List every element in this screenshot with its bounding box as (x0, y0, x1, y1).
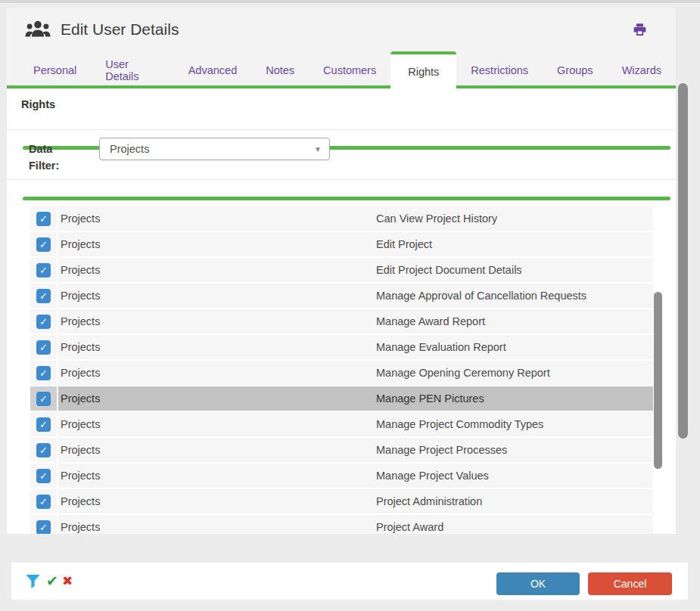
row-category: Projects (58, 290, 376, 302)
footer-bar: ✔ ✖ OK Cancel (11, 563, 688, 600)
row-category: Projects (58, 470, 376, 482)
rights-table-row[interactable]: ✓ Projects Edit Project Document Details (30, 258, 653, 282)
row-checkbox[interactable]: ✓ (36, 443, 51, 457)
rights-table-row[interactable]: ✓ Projects Project Award (30, 515, 653, 534)
row-checkbox[interactable]: ✓ (36, 289, 51, 303)
dialog-title: Edit User Details (61, 20, 179, 39)
tab-wizards[interactable]: Wizards (608, 51, 676, 88)
row-category: Projects (58, 392, 376, 405)
row-checkbox[interactable]: ✓ (36, 417, 51, 432)
row-right-name: Manage Approval of Cancellation Requests (376, 290, 653, 302)
tab-groups[interactable]: Groups (543, 51, 608, 88)
tab-customers[interactable]: Customers (309, 51, 390, 88)
data-filter-value: Projects (110, 143, 314, 155)
row-checkbox-cell: ✓ (30, 464, 58, 488)
row-right-name: Manage Evaluation Report (376, 341, 653, 353)
list-scrollbar-thumb[interactable] (654, 292, 662, 469)
filter-icon[interactable] (25, 573, 41, 589)
top-strip (0, 0, 700, 3)
row-checkbox[interactable]: ✓ (36, 340, 51, 355)
edit-user-details-dialog: Edit User Details PersonalUser DetailsAd… (7, 8, 676, 534)
rights-list: ✓ Projects Can View Project History ✓ Pr… (30, 206, 653, 534)
tab-notes[interactable]: Notes (251, 51, 309, 88)
row-category: Projects (58, 418, 376, 430)
row-checkbox[interactable]: ✓ (36, 392, 51, 406)
tab-user-details[interactable]: User Details (91, 51, 173, 88)
row-checkbox-cell: ✓ (30, 361, 58, 385)
row-right-name: Manage Project Processes (376, 444, 653, 456)
row-right-name: Edit Project (376, 238, 653, 250)
row-category: Projects (58, 315, 376, 327)
row-category: Projects (58, 238, 376, 250)
row-checkbox-cell: ✓ (30, 335, 58, 359)
row-checkbox-cell: ✓ (30, 232, 58, 256)
row-right-name: Manage PEN Pictures (376, 392, 653, 405)
row-category: Projects (58, 367, 376, 379)
uncheck-all-icon[interactable]: ✖ (62, 573, 73, 589)
panel-accent-bar (23, 197, 670, 200)
divider (7, 129, 676, 130)
cancel-button[interactable]: Cancel (588, 572, 672, 595)
row-checkbox-cell: ✓ (30, 438, 58, 462)
users-icon (25, 19, 51, 40)
rights-table-row[interactable]: ✓ Projects Manage Project Processes (30, 438, 653, 462)
row-category: Projects (58, 341, 376, 353)
tab-restrictions[interactable]: Restrictions (456, 51, 543, 88)
rights-table-row[interactable]: ✓ Projects Project Administration (30, 489, 653, 513)
data-filter-select[interactable]: Projects ▼ (99, 138, 330, 160)
rights-table-row[interactable]: ✓ Projects Manage Approval of Cancellati… (30, 284, 653, 308)
rights-table-row[interactable]: ✓ Projects Manage Evaluation Report (30, 335, 653, 359)
rights-table-row[interactable]: ✓ Projects Manage Project Values (30, 464, 653, 488)
row-checkbox[interactable]: ✓ (36, 212, 51, 226)
row-right-name: Can View Project History (376, 212, 653, 225)
rights-tab-content: Rights Data Filter: Projects ▼ ✓ Project… (7, 88, 676, 534)
row-category: Projects (58, 521, 376, 533)
row-checkbox-cell: ✓ (30, 284, 58, 308)
row-checkbox-cell: ✓ (30, 412, 58, 436)
row-checkbox-cell: ✓ (30, 386, 58, 411)
row-right-name: Manage Project Values (376, 470, 653, 482)
row-right-name: Project Administration (376, 495, 653, 507)
row-checkbox-cell: ✓ (30, 515, 58, 534)
section-title: Rights (21, 98, 55, 110)
row-checkbox[interactable]: ✓ (36, 366, 51, 380)
tab-personal[interactable]: Personal (19, 51, 91, 88)
rights-table-row[interactable]: ✓ Projects Can View Project History (30, 206, 653, 231)
rights-table-row[interactable]: ✓ Projects Manage Opening Ceremony Repor… (30, 361, 653, 385)
dialog-scrollbar-thumb[interactable] (678, 83, 688, 439)
row-checkbox-cell: ✓ (30, 206, 58, 231)
row-category: Projects (58, 212, 376, 225)
print-icon[interactable] (633, 23, 647, 36)
ok-button[interactable]: OK (496, 572, 580, 595)
tab-bar: PersonalUser DetailsAdvancedNotesCustome… (7, 51, 676, 88)
tab-advanced[interactable]: Advanced (174, 51, 252, 88)
row-right-name: Manage Project Commodity Types (376, 418, 653, 430)
row-checkbox-cell: ✓ (30, 489, 58, 513)
page: Edit User Details PersonalUser DetailsAd… (0, 0, 700, 611)
divider (7, 179, 676, 180)
rights-table-row[interactable]: ✓ Projects Manage Project Commodity Type… (30, 412, 653, 436)
row-category: Projects (58, 495, 376, 507)
row-checkbox[interactable]: ✓ (36, 237, 51, 252)
rights-table-row[interactable]: ✓ Projects Manage PEN Pictures (30, 386, 653, 411)
dialog-header: Edit User Details (7, 8, 676, 51)
rights-table-row[interactable]: ✓ Projects Manage Award Report (30, 309, 653, 333)
row-category: Projects (58, 444, 376, 456)
data-filter-label: Data Filter: (29, 141, 79, 174)
row-checkbox[interactable]: ✓ (36, 315, 51, 329)
tab-rights[interactable]: Rights (390, 51, 456, 88)
row-checkbox[interactable]: ✓ (36, 495, 51, 509)
row-checkbox[interactable]: ✓ (36, 469, 51, 483)
row-right-name: Manage Opening Ceremony Report (376, 367, 653, 379)
check-all-icon[interactable]: ✔ (46, 572, 58, 590)
chevron-down-icon: ▼ (314, 145, 322, 154)
row-right-name: Edit Project Document Details (376, 264, 653, 276)
row-checkbox[interactable]: ✓ (36, 520, 51, 535)
row-checkbox[interactable]: ✓ (36, 263, 51, 278)
row-checkbox-cell: ✓ (30, 309, 58, 333)
row-checkbox-cell: ✓ (30, 258, 58, 282)
rights-table-row[interactable]: ✓ Projects Edit Project (30, 232, 653, 256)
row-right-name: Manage Award Report (376, 315, 653, 327)
row-category: Projects (58, 264, 376, 276)
row-right-name: Project Award (376, 521, 653, 533)
